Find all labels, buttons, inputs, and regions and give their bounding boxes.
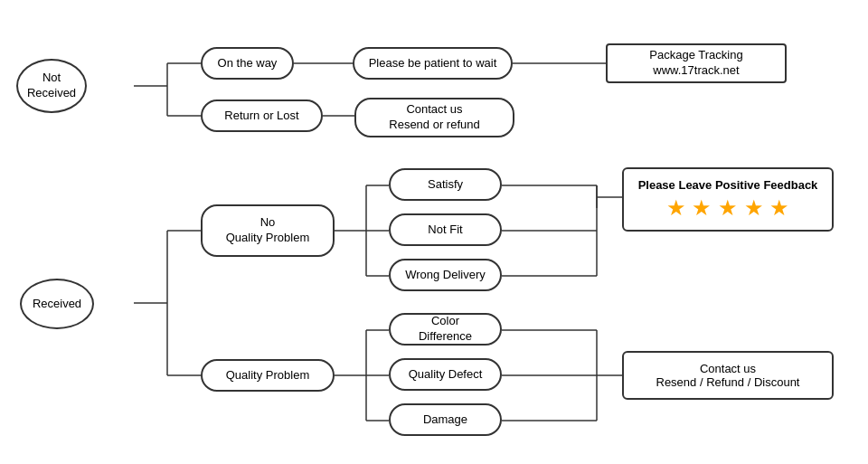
not-received-node: Not Received <box>16 59 87 113</box>
satisfy-node: Satisfy <box>389 168 502 201</box>
return-or-lost-node: Return or Lost <box>201 99 323 132</box>
feedback-box: Please Leave Positive Feedback ★ ★ ★ ★ ★ <box>622 167 834 232</box>
color-difference-node: Color Difference <box>389 313 502 346</box>
package-tracking-node: Package Tracking www.17track.net <box>606 43 787 83</box>
please-be-patient-node: Please be patient to wait <box>353 47 513 80</box>
no-quality-problem-node: No Quality Problem <box>201 204 335 257</box>
contact-resend-refund-node: Contact us Resend or refund <box>354 98 514 137</box>
contact-label: Contact us Resend / Refund / Discount <box>637 362 819 389</box>
feedback-label: Please Leave Positive Feedback <box>637 178 819 192</box>
contact-resend-discount-box: Contact us Resend / Refund / Discount <box>622 351 834 400</box>
quality-defect-node: Quality Defect <box>389 358 502 391</box>
on-the-way-node: On the way <box>201 47 294 80</box>
quality-problem-node: Quality Problem <box>201 359 335 392</box>
star-icons: ★ ★ ★ ★ ★ <box>637 195 819 221</box>
not-fit-node: Not Fit <box>389 213 502 246</box>
wrong-delivery-node: Wrong Delivery <box>389 259 502 291</box>
received-node: Received <box>20 279 94 329</box>
damage-node: Damage <box>389 403 502 436</box>
diagram: Not Received On the way Return or Lost P… <box>0 0 868 464</box>
